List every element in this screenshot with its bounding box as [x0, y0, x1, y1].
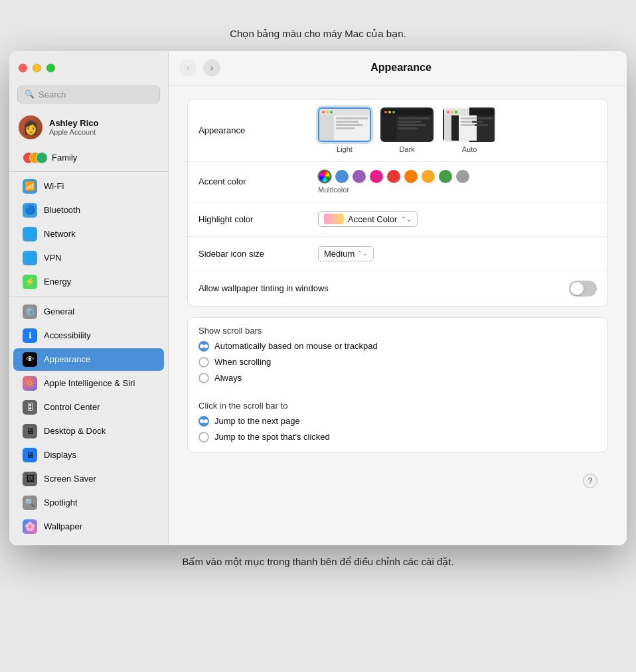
sidebar-item-label-network: Network — [44, 229, 76, 239]
accessibility-icon: ℹ — [23, 328, 37, 343]
search-icon: 🔍 — [25, 90, 35, 99]
user-info: Ashley Rico Apple Account — [49, 118, 98, 136]
sidebar-item-network[interactable]: 🌐 Network — [13, 223, 164, 245]
highlight-color-value: Accent Color — [348, 214, 397, 224]
search-input[interactable]: Search — [39, 90, 66, 100]
sidebar-item-label-energy: Energy — [44, 277, 71, 287]
wallpaper-tinting-control — [329, 281, 597, 297]
highlight-color-button[interactable]: Accent Color ⌃⌄ — [318, 211, 418, 227]
click-option-next-page[interactable]: Jump to the next page — [188, 413, 607, 429]
sidebar: 🔍 Search 👩 Ashley Rico Apple Account Fam… — [9, 51, 169, 545]
user-profile[interactable]: 👩 Ashley Rico Apple Account — [9, 110, 168, 145]
color-multicolor[interactable] — [318, 170, 331, 183]
close-button[interactable] — [19, 64, 27, 72]
sidebar-item-appearance[interactable]: 👁 Appearance — [13, 348, 164, 371]
toggle-thumb — [570, 282, 584, 295]
forward-button[interactable]: › — [203, 59, 220, 76]
main-window: 🔍 Search 👩 Ashley Rico Apple Account Fam… — [9, 51, 627, 545]
color-orange[interactable] — [404, 170, 418, 183]
scroll-radio-always — [199, 373, 209, 383]
sidebar-item-accessibility[interactable]: ℹ Accessibility — [13, 324, 164, 347]
maximize-button[interactable] — [46, 64, 55, 72]
color-green[interactable] — [439, 170, 452, 183]
annotation-top: Chọn bảng màu cho máy Mac của bạn. — [230, 27, 406, 42]
scroll-radio-scrolling — [199, 357, 209, 368]
dark-thumb — [380, 107, 434, 142]
minimize-button[interactable] — [33, 64, 41, 72]
click-radio-spot — [199, 432, 209, 442]
wallpaper-tinting-toggle[interactable] — [569, 281, 597, 297]
appearance-label: Appearance — [199, 125, 318, 135]
color-red[interactable] — [387, 170, 400, 183]
sidebar-item-label-controlcenter: Control Center — [44, 402, 100, 412]
scroll-bars-header: Show scroll bars — [188, 318, 607, 338]
sidebar-item-label-wallpaper: Wallpaper — [44, 521, 82, 531]
appearance-icon: 👁 — [23, 352, 37, 367]
sidebar-item-controlcenter[interactable]: 🎛 Control Center — [13, 396, 164, 419]
sidebar-item-spotlight[interactable]: 🔍 Spotlight — [13, 492, 164, 514]
help-button[interactable]: ? — [583, 474, 597, 488]
click-option-spot-label: Jump to the spot that's clicked — [214, 432, 330, 442]
avatar: 👩 — [19, 115, 42, 139]
energy-icon: ⚡ — [23, 275, 37, 289]
desktop-icon: 🖥 — [23, 424, 37, 438]
click-option-spot[interactable]: Jump to the spot that's clicked — [188, 429, 607, 445]
appearance-option-auto[interactable]: Auto — [443, 107, 496, 153]
highlight-chevron-icon: ⌃⌄ — [401, 216, 412, 223]
sidebar-item-desktop[interactable]: 🖥 Desktop & Dock — [13, 420, 164, 442]
appearance-option-light[interactable]: Light — [318, 107, 371, 153]
sidebar-item-label-general: General — [44, 306, 74, 316]
sidebar-item-label-spotlight: Spotlight — [44, 498, 78, 507]
sidebar-item-family[interactable]: Family — [13, 148, 164, 168]
back-button[interactable]: ‹ — [179, 59, 197, 76]
user-subtitle: Apple Account — [49, 128, 98, 136]
content-area: Appearance — [169, 86, 627, 545]
sidebar-item-displays[interactable]: 🖥 Displays — [13, 444, 164, 466]
sidebar-icon-size-label: Sidebar icon size — [199, 249, 318, 259]
color-purple[interactable] — [353, 170, 366, 183]
auto-thumb — [443, 107, 496, 142]
scroll-option-auto[interactable]: Automatically based on mouse or trackpad — [188, 338, 607, 354]
sidebar-icon-size-dropdown[interactable]: Medium ⌃⌄ — [318, 246, 374, 261]
sidebar-item-wallpaper[interactable]: 🌸 Wallpaper — [13, 515, 164, 538]
sidebar-item-wifi[interactable]: 📶 Wi-Fi — [13, 175, 164, 198]
sidebar-item-energy[interactable]: ⚡ Energy — [13, 271, 164, 293]
color-pink[interactable] — [370, 170, 383, 183]
accent-color-label: Accent color — [199, 176, 318, 186]
wallpaper-tinting-row: Allow wallpaper tinting in windows — [188, 271, 607, 306]
highlight-color-label: Highlight color — [199, 214, 318, 224]
color-blue[interactable] — [335, 170, 349, 183]
auto-label: Auto — [462, 145, 477, 153]
family-avatars — [23, 152, 45, 164]
scroll-option-always[interactable]: Always — [188, 370, 607, 386]
color-row — [318, 170, 469, 183]
wallpaper-tinting-label: Allow wallpaper tinting in windows — [199, 283, 329, 293]
family-label: Family — [52, 153, 77, 163]
wifi-icon: 📶 — [23, 179, 37, 194]
dark-label: Dark — [399, 145, 414, 153]
click-radio-next-page — [199, 416, 209, 427]
sidebar-item-label-accessibility: Accessibility — [44, 330, 91, 340]
main-titlebar: ‹ › Appearance — [169, 51, 627, 86]
sidebar-item-label-displays: Displays — [44, 450, 76, 460]
dropdown-chevron-icon: ⌃⌄ — [357, 250, 368, 257]
multicolor-label: Multicolor — [318, 186, 349, 194]
sidebar-item-label-screensaver: Screen Saver — [44, 474, 96, 484]
sidebar-item-screensaver[interactable]: 🖼 Screen Saver — [13, 468, 164, 490]
color-yellow[interactable] — [422, 170, 435, 183]
search-box[interactable]: 🔍 Search — [17, 86, 160, 103]
appearance-option-dark[interactable]: Dark — [380, 107, 434, 153]
sidebar-divider-1 — [9, 171, 168, 172]
sidebar-item-label-vpn: VPN — [44, 253, 62, 263]
page-title: Appearance — [227, 62, 575, 74]
sidebar-item-label-wifi: Wi-Fi — [44, 181, 64, 191]
sidebar-item-vpn[interactable]: 🌐 VPN — [13, 247, 164, 269]
sidebar-icon-size-row: Sidebar icon size Medium ⌃⌄ — [188, 237, 607, 271]
sidebar-icon-size-value: Medium — [324, 249, 355, 259]
scroll-option-scrolling[interactable]: When scrolling — [188, 354, 607, 370]
sidebar-item-bluetooth[interactable]: 🔵 Bluetooth — [13, 199, 164, 222]
sidebar-item-general[interactable]: ⚙️ General — [13, 301, 164, 323]
sidebar-item-siri[interactable]: 🔆 Apple Intelligence & Siri — [13, 372, 164, 395]
appearance-section: Appearance — [187, 99, 608, 306]
color-graphite[interactable] — [456, 170, 469, 183]
